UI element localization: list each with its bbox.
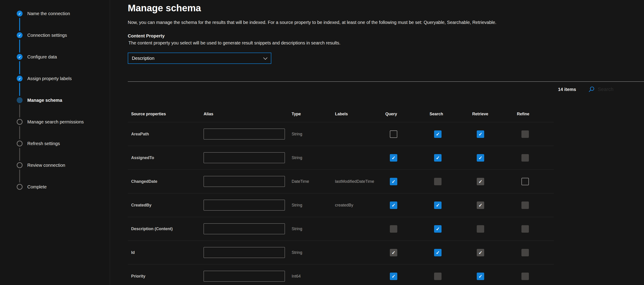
step-connector bbox=[19, 83, 20, 96]
step-connector bbox=[19, 148, 20, 161]
alias-input[interactable] bbox=[204, 247, 285, 258]
step-configure-data[interactable]: ✓ Configure data bbox=[17, 54, 110, 76]
type-label: String bbox=[292, 194, 335, 217]
query-checkbox bbox=[390, 225, 397, 233]
query-checkbox[interactable] bbox=[390, 130, 397, 138]
step-status-icon bbox=[17, 97, 22, 103]
wizard-steps: ✓ Name the connection ✓ Connection setti… bbox=[0, 0, 110, 206]
step-label: Configure data bbox=[27, 54, 57, 60]
search-checkbox[interactable]: ✓ bbox=[434, 130, 442, 138]
refine-checkbox bbox=[522, 154, 529, 162]
search-box[interactable]: Search bbox=[588, 86, 614, 93]
table-header: Source properties Alias Type Labels Quer… bbox=[128, 106, 554, 122]
step-connection-settings[interactable]: ✓ Connection settings bbox=[17, 32, 110, 54]
list-toolbar: 14 items Search bbox=[558, 85, 614, 94]
retrieve-checkbox[interactable]: ✓ bbox=[477, 154, 484, 162]
items-count: 14 items bbox=[558, 87, 576, 92]
check-icon: ✓ bbox=[18, 34, 21, 37]
type-label: String bbox=[292, 122, 335, 146]
type-label: String bbox=[292, 241, 335, 264]
dropdown-selected-value: Description bbox=[132, 56, 154, 61]
check-icon: ✓ bbox=[18, 77, 21, 80]
labels-label bbox=[335, 241, 385, 264]
chevron-down-icon bbox=[263, 56, 267, 60]
query-checkbox[interactable]: ✓ bbox=[390, 178, 397, 185]
step-status-icon: ✓ bbox=[17, 54, 22, 60]
query-checkbox[interactable]: ✓ bbox=[390, 202, 397, 209]
retrieve-checkbox: ✓ bbox=[477, 249, 484, 256]
type-label: String bbox=[292, 146, 335, 170]
search-checkbox bbox=[434, 272, 442, 280]
step-name-the-connection[interactable]: ✓ Name the connection bbox=[17, 10, 110, 32]
step-refresh-settings: Refresh settings bbox=[17, 140, 110, 162]
step-connector bbox=[19, 170, 20, 182]
step-status-icon bbox=[17, 119, 22, 125]
labels-label bbox=[335, 122, 385, 146]
labels-label: createdBy bbox=[335, 194, 385, 217]
step-label: Manage search permissions bbox=[27, 119, 84, 125]
labels-label: lastModifiedDateTime bbox=[335, 170, 385, 193]
page-description: Now, you can manage the schema for the r… bbox=[128, 20, 496, 25]
refine-checkbox[interactable] bbox=[522, 178, 529, 185]
alias-input[interactable] bbox=[204, 152, 285, 163]
alias-input[interactable] bbox=[204, 200, 285, 210]
row-priority: Priority Int64 ✓ ✓ bbox=[128, 264, 554, 285]
type-label: String bbox=[292, 217, 335, 240]
source-property-label: Description (Content) bbox=[128, 217, 204, 240]
source-property-label: CreatedBy bbox=[128, 194, 204, 217]
row-areapath: AreaPath String ✓ ✓ bbox=[128, 122, 554, 146]
retrieve-checkbox bbox=[477, 225, 484, 233]
content-property-dropdown[interactable]: Description bbox=[128, 52, 271, 64]
step-label: Review connection bbox=[27, 162, 65, 168]
column-header-labels[interactable]: Labels bbox=[335, 106, 385, 122]
search-checkbox[interactable]: ✓ bbox=[434, 154, 442, 162]
refine-checkbox bbox=[522, 130, 529, 138]
step-status-icon: ✓ bbox=[17, 32, 22, 38]
column-header-alias[interactable]: Alias bbox=[204, 106, 292, 122]
step-label: Refresh settings bbox=[27, 140, 60, 146]
step-manage-schema[interactable]: Manage schema bbox=[17, 97, 110, 119]
type-label: Int64 bbox=[292, 264, 335, 285]
refine-checkbox bbox=[522, 272, 529, 280]
alias-input[interactable] bbox=[204, 271, 285, 282]
source-property-label: Id bbox=[128, 241, 204, 264]
row-description-content: Description (Content) String ✓ bbox=[128, 217, 554, 241]
column-header-query[interactable]: Query bbox=[385, 106, 430, 122]
query-checkbox[interactable]: ✓ bbox=[390, 154, 397, 162]
step-label: Assign property labels bbox=[27, 76, 72, 82]
alias-input[interactable] bbox=[204, 176, 285, 187]
retrieve-checkbox: ✓ bbox=[477, 178, 484, 185]
query-checkbox[interactable]: ✓ bbox=[390, 272, 397, 280]
step-connector bbox=[19, 104, 20, 118]
refine-checkbox bbox=[522, 249, 529, 256]
column-header-refine[interactable]: Refine bbox=[517, 106, 554, 122]
alias-input[interactable] bbox=[204, 224, 285, 234]
type-label: DateTime bbox=[292, 170, 335, 193]
check-icon: ✓ bbox=[18, 55, 21, 59]
retrieve-checkbox[interactable]: ✓ bbox=[477, 272, 484, 280]
content-property-label: Content Property bbox=[128, 34, 164, 38]
column-header-source-properties[interactable]: Source properties bbox=[128, 106, 204, 122]
column-header-search[interactable]: Search bbox=[430, 106, 472, 122]
alias-input[interactable] bbox=[204, 128, 285, 140]
labels-label bbox=[335, 264, 385, 285]
page-title: Manage schema bbox=[128, 2, 201, 14]
retrieve-checkbox: ✓ bbox=[477, 202, 484, 209]
refine-checkbox bbox=[522, 202, 529, 209]
column-header-retrieve[interactable]: Retrieve bbox=[472, 106, 517, 122]
step-assign-property-labels[interactable]: ✓ Assign property labels bbox=[17, 76, 110, 97]
search-placeholder: Search bbox=[598, 86, 614, 92]
search-checkbox[interactable]: ✓ bbox=[434, 225, 442, 233]
step-label: Complete bbox=[27, 184, 47, 190]
manage-schema-page: ✓ Name the connection ✓ Connection setti… bbox=[0, 0, 644, 285]
search-checkbox[interactable]: ✓ bbox=[434, 249, 442, 256]
step-connector bbox=[19, 126, 20, 139]
step-status-icon: ✓ bbox=[17, 76, 22, 82]
source-property-label: AreaPath bbox=[128, 122, 204, 146]
source-property-label: Priority bbox=[128, 264, 204, 285]
step-connector bbox=[19, 40, 20, 52]
retrieve-checkbox[interactable]: ✓ bbox=[477, 130, 484, 138]
search-checkbox[interactable]: ✓ bbox=[434, 202, 442, 209]
column-header-type[interactable]: Type bbox=[292, 106, 335, 122]
step-status-icon bbox=[17, 184, 22, 190]
